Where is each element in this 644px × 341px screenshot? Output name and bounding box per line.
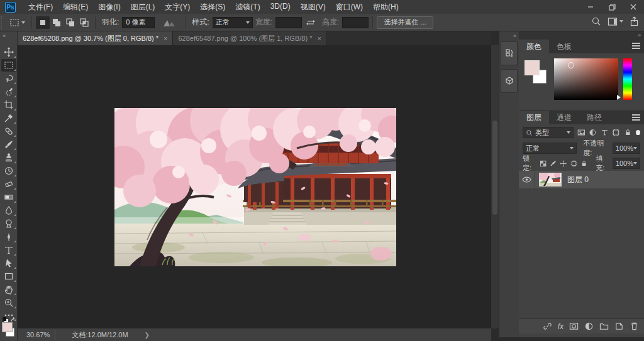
blur-tool[interactable] [1,204,16,217]
add-to-selection-button[interactable] [50,16,64,29]
style-select[interactable]: 正常 [213,17,253,28]
menu-type[interactable]: 文字(Y) [160,0,195,14]
gradient-tool[interactable] [1,191,16,203]
restore-button[interactable] [601,0,623,14]
subtract-from-selection-button[interactable] [64,16,77,29]
layer-style-button[interactable]: fx [558,322,564,331]
fill-select[interactable]: 100% [613,158,640,169]
quick-selection-tool[interactable] [1,85,16,98]
intersect-selection-button[interactable] [77,16,91,29]
panel-menu-icon[interactable] [632,114,640,122]
pen-tool[interactable] [1,230,16,243]
lock-position-icon[interactable] [560,160,567,168]
share-icon[interactable] [630,16,639,26]
filter-smart-objects-icon[interactable] [624,128,632,137]
toolbar-expand-toggle[interactable]: » [3,33,5,39]
menu-view[interactable]: 视图(V) [296,0,331,14]
panel-foreground-color-swatch[interactable] [525,60,540,75]
eyedropper-tool[interactable] [1,112,16,124]
path-selection-tool[interactable] [1,257,16,269]
menu-help[interactable]: 帮助(H) [368,0,404,14]
document-tab-2[interactable]: 628ef65487.png @ 100% (图层 1, RGB/8) * × [173,31,326,45]
lasso-tool[interactable] [1,72,16,85]
menu-layer[interactable]: 图层(L) [126,0,160,14]
filter-pixel-layers-icon[interactable] [577,128,586,137]
menu-window[interactable]: 窗口(W) [331,0,368,14]
canvas-vertical-scrollbar[interactable] [491,45,499,328]
filter-shape-layers-icon[interactable] [612,128,620,137]
type-tool[interactable] [1,244,16,256]
scrollbar-thumb[interactable] [492,121,497,215]
clone-stamp-tool[interactable] [1,151,16,164]
lock-transparent-pixels-icon[interactable] [540,160,547,168]
tab-layers[interactable]: 图层 [519,111,549,124]
menu-3d[interactable]: 3D(D) [265,0,296,14]
tool-preset-button[interactable] [7,16,28,29]
width-input[interactable] [275,17,302,28]
properties-panel-button[interactable] [501,69,518,93]
layer-row-selected[interactable]: 图层 0 [519,171,644,188]
move-tool[interactable] [1,46,16,58]
swap-dimensions-icon[interactable] [306,18,316,27]
filter-type-layers-icon[interactable] [601,128,609,137]
crop-tool[interactable] [1,99,16,111]
tab-channels[interactable]: 通道 [549,111,579,124]
height-input[interactable] [342,17,369,28]
close-tab-icon[interactable]: × [317,35,321,42]
opacity-select[interactable]: 100% [613,143,640,154]
canvas-area[interactable] [18,45,491,328]
panels-collapse-toggle[interactable]: » [638,32,640,38]
rectangle-shape-tool[interactable] [1,270,16,283]
eraser-tool[interactable] [1,178,16,190]
close-button[interactable] [623,0,644,14]
saturation-brightness-field[interactable] [554,58,618,100]
history-panel-button[interactable] [501,41,518,65]
tab-paths[interactable]: 路径 [579,111,609,124]
zoom-tool[interactable] [1,296,16,309]
spot-healing-brush-tool[interactable] [1,125,16,138]
select-and-mask-button[interactable]: 选择并遮住 ... [377,16,433,29]
tab-swatches[interactable]: 色板 [549,40,579,53]
workspace-switcher-button[interactable] [608,17,623,26]
lock-artboard-icon[interactable] [570,160,577,168]
delete-layer-trash-icon[interactable] [630,322,639,331]
dock-expand-toggle[interactable]: « [513,33,516,39]
layer-name[interactable]: 图层 0 [567,175,589,185]
add-layer-mask-icon[interactable] [569,322,579,331]
link-layers-icon[interactable] [543,322,552,331]
lock-image-pixels-icon[interactable] [550,160,557,168]
layer-filter-toggle[interactable] [636,130,640,135]
layer-thumbnail[interactable] [539,173,562,187]
menu-image[interactable]: 图像(I) [93,0,125,14]
rectangular-marquee-tool[interactable] [1,59,16,72]
document-tab-1[interactable]: 628ef65208.png @ 30.7% (图层 0, RGB/8) * × [18,31,173,45]
feather-input[interactable]: 0 像素 [122,17,155,28]
close-tab-icon[interactable]: × [164,35,167,42]
zoom-level-field[interactable]: 30.67% [21,330,55,340]
dodge-tool[interactable] [1,217,16,230]
new-layer-icon[interactable] [614,322,624,331]
photoshop-logo-icon[interactable]: Ps [5,2,16,13]
search-icon[interactable] [591,16,601,26]
foreground-color-swatch[interactable] [2,322,13,332]
menu-edit[interactable]: 编辑(E) [58,0,93,14]
menu-file[interactable]: 文件(F) [23,0,58,14]
filter-type-select[interactable]: 类型 [523,127,574,138]
new-group-folder-icon[interactable] [599,322,609,331]
filter-adjustment-layers-icon[interactable] [589,128,597,137]
color-picker-ring[interactable] [568,62,574,68]
new-selection-button[interactable] [36,16,50,29]
hue-slider[interactable] [623,58,632,100]
blend-mode-select[interactable]: 正常 [523,143,577,154]
lock-all-icon[interactable] [580,160,587,168]
hand-tool[interactable] [1,283,16,296]
tab-color[interactable]: 颜色 [519,40,549,53]
panel-menu-icon[interactable] [632,43,640,50]
minimize-button[interactable] [580,0,601,14]
status-popup-chevron-icon[interactable]: ❯ [145,332,150,338]
brush-tool[interactable] [1,138,16,151]
menu-filter[interactable]: 滤镜(T) [230,0,265,14]
history-brush-tool[interactable] [1,165,16,177]
menu-select[interactable]: 选择(S) [195,0,230,14]
layer-visibility-cell[interactable] [519,171,535,188]
